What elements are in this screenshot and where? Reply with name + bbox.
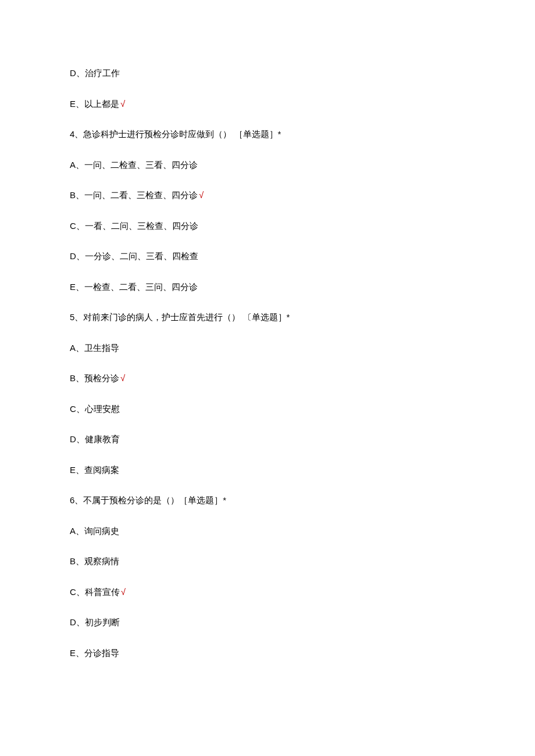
option-label: E、一检查、二看、三问、四分诊	[70, 282, 198, 292]
option-label: D、一分诊、二问、三看、四检查	[70, 251, 198, 261]
option-text: B、一问、二看、三检查、四分诊√	[70, 189, 465, 202]
option-label: A、一问、二检查、三看、四分诊	[70, 160, 198, 170]
option-label: E、查阅病案	[70, 465, 119, 475]
option-text: E、分诊指导	[70, 647, 465, 660]
option-text: A、询问病史	[70, 525, 465, 538]
question-text: 4、急诊科护士进行预检分诊时应做到（） ［单选题］*	[70, 128, 465, 141]
correct-mark-icon: √	[120, 99, 125, 109]
option-text: A、一问、二检查、三看、四分诊	[70, 159, 465, 172]
option-text: C、一看、二问、三检查、四分诊	[70, 220, 465, 233]
option-label: D、治疗工作	[70, 68, 120, 78]
option-text: D、一分诊、二问、三看、四检查	[70, 250, 465, 263]
option-text: D、治疗工作	[70, 67, 465, 80]
document-content: D、治疗工作E、以上都是√4、急诊科护士进行预检分诊时应做到（） ［单选题］*A…	[70, 67, 465, 660]
option-label: E、分诊指导	[70, 648, 119, 658]
question-label: 6、不属于预检分诊的是（）［单选题］*	[70, 495, 226, 505]
option-label: B、一问、二看、三检查、四分诊	[70, 190, 198, 200]
question-text: 6、不属于预检分诊的是（）［单选题］*	[70, 494, 465, 507]
question-label: 5、对前来门诊的病人，护士应首先进行（） 〔单选题］*	[70, 312, 290, 322]
option-text: C、心理安慰	[70, 403, 465, 416]
option-text: B、观察病情	[70, 555, 465, 568]
option-text: A、卫生指导	[70, 342, 465, 355]
option-label: C、心理安慰	[70, 404, 120, 414]
option-text: B、预检分诊√	[70, 372, 465, 385]
option-label: B、预检分诊	[70, 373, 119, 383]
option-label: B、观察病情	[70, 556, 119, 566]
option-label: C、一看、二问、三检查、四分诊	[70, 221, 198, 231]
correct-mark-icon: √	[121, 587, 126, 597]
option-label: E、以上都是	[70, 99, 119, 109]
option-label: D、初步判断	[70, 617, 120, 627]
option-text: D、健康教育	[70, 433, 465, 446]
option-label: C、科普宣传	[70, 587, 120, 597]
option-label: A、询问病史	[70, 526, 119, 536]
option-label: D、健康教育	[70, 434, 120, 444]
option-text: D、初步判断	[70, 616, 465, 629]
option-label: A、卫生指导	[70, 343, 119, 353]
correct-mark-icon: √	[120, 373, 125, 383]
question-text: 5、对前来门诊的病人，护士应首先进行（） 〔单选题］*	[70, 311, 465, 324]
option-text: C、科普宣传√	[70, 586, 465, 599]
option-text: E、查阅病案	[70, 464, 465, 477]
correct-mark-icon: √	[199, 190, 204, 200]
option-text: E、一检查、二看、三问、四分诊	[70, 281, 465, 294]
option-text: E、以上都是√	[70, 98, 465, 111]
question-label: 4、急诊科护士进行预检分诊时应做到（） ［单选题］*	[70, 129, 281, 139]
